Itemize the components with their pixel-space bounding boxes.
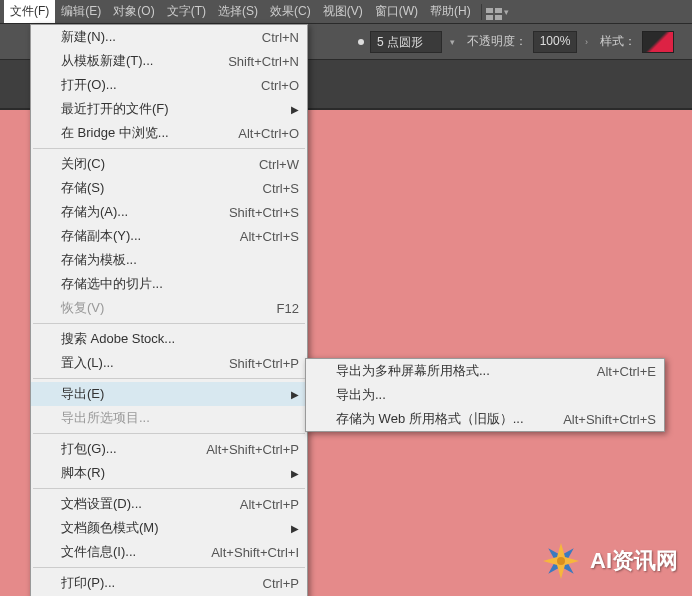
menu-item-label: 打包(G)... (61, 440, 186, 458)
file-menu-item[interactable]: 存储为(A)...Shift+Ctrl+S (31, 200, 307, 224)
file-menu-item[interactable]: 导出(E)▶ (31, 382, 307, 406)
menu-shortcut: Alt+Shift+Ctrl+P (206, 442, 299, 457)
star-icon (540, 540, 582, 582)
menu-item-label: 存储为 Web 所用格式（旧版）... (336, 410, 543, 428)
file-menu-item: 导出所选项目... (31, 406, 307, 430)
stroke-profile-select[interactable]: 5 点圆形 (370, 31, 442, 53)
menu-item-label: 关闭(C) (61, 155, 239, 173)
file-menu-item[interactable]: 存储(S)Ctrl+S (31, 176, 307, 200)
submenu-arrow-icon: ▶ (291, 468, 299, 479)
file-menu-item[interactable]: 存储副本(Y)...Alt+Ctrl+S (31, 224, 307, 248)
menu-shortcut: Ctrl+N (262, 30, 299, 45)
menu-shortcut: Alt+Shift+Ctrl+I (211, 545, 299, 560)
menu-item-label: 打印(P)... (61, 574, 243, 592)
menu-edit[interactable]: 编辑(E) (55, 0, 107, 23)
menu-item-label: 存储副本(Y)... (61, 227, 220, 245)
menu-item-label: 脚本(R) (61, 464, 299, 482)
svg-rect-2 (486, 15, 493, 20)
file-menu-item[interactable]: 存储选中的切片... (31, 272, 307, 296)
svg-rect-0 (486, 8, 493, 13)
opacity-input[interactable]: 100% (533, 31, 577, 53)
menu-separator (33, 378, 305, 379)
menu-shortcut: Shift+Ctrl+N (228, 54, 299, 69)
menu-object[interactable]: 对象(O) (107, 0, 160, 23)
file-menu-item[interactable]: 打包(G)...Alt+Shift+Ctrl+P (31, 437, 307, 461)
svg-point-4 (557, 557, 565, 565)
menu-item-label: 新建(N)... (61, 28, 242, 46)
divider (481, 4, 482, 20)
menu-item-label: 恢复(V) (61, 299, 257, 317)
layout-icon[interactable] (486, 6, 502, 18)
menubar: 文件(F) 编辑(E) 对象(O) 文字(T) 选择(S) 效果(C) 视图(V… (0, 0, 692, 24)
menu-shortcut: Alt+Ctrl+E (597, 364, 656, 379)
file-menu-item[interactable]: 新建(N)...Ctrl+N (31, 25, 307, 49)
menu-item-label: 在 Bridge 中浏览... (61, 124, 218, 142)
menu-item-label: 导出所选项目... (61, 409, 299, 427)
menu-item-label: 导出为... (336, 386, 656, 404)
menu-separator (33, 148, 305, 149)
svg-rect-1 (495, 8, 502, 13)
export-menu-item[interactable]: 存储为 Web 所用格式（旧版）...Alt+Shift+Ctrl+S (306, 407, 664, 431)
menu-item-label: 存储为模板... (61, 251, 299, 269)
chevron-down-icon[interactable]: ▾ (504, 7, 509, 17)
file-menu-item[interactable]: 最近打开的文件(F)▶ (31, 97, 307, 121)
file-menu-item[interactable]: 文档设置(D)...Alt+Ctrl+P (31, 492, 307, 516)
file-menu-item[interactable]: 置入(L)...Shift+Ctrl+P (31, 351, 307, 375)
menu-shortcut: Ctrl+O (261, 78, 299, 93)
menu-separator (33, 433, 305, 434)
file-menu-item[interactable]: 从模板新建(T)...Shift+Ctrl+N (31, 49, 307, 73)
file-menu-item[interactable]: 存储为模板... (31, 248, 307, 272)
menu-separator (33, 567, 305, 568)
submenu-arrow-icon: ▶ (291, 104, 299, 115)
menu-item-label: 搜索 Adobe Stock... (61, 330, 299, 348)
chevron-down-icon[interactable]: ▾ (450, 37, 455, 47)
menu-window[interactable]: 窗口(W) (369, 0, 424, 23)
menu-shortcut: Ctrl+P (263, 576, 299, 591)
menu-item-label: 从模板新建(T)... (61, 52, 208, 70)
menu-separator (33, 488, 305, 489)
file-menu-item[interactable]: 打印(P)...Ctrl+P (31, 571, 307, 595)
menu-shortcut: Alt+Ctrl+O (238, 126, 299, 141)
menu-item-label: 文件信息(I)... (61, 543, 191, 561)
file-menu-item[interactable]: 关闭(C)Ctrl+W (31, 152, 307, 176)
menu-item-label: 文档设置(D)... (61, 495, 220, 513)
menu-item-label: 存储(S) (61, 179, 243, 197)
menu-shortcut: Shift+Ctrl+P (229, 356, 299, 371)
menu-effect[interactable]: 效果(C) (264, 0, 317, 23)
menu-select[interactable]: 选择(S) (212, 0, 264, 23)
file-menu-item[interactable]: 文件信息(I)...Alt+Shift+Ctrl+I (31, 540, 307, 564)
menu-item-label: 置入(L)... (61, 354, 209, 372)
file-menu-item[interactable]: 脚本(R)▶ (31, 461, 307, 485)
file-dropdown: 新建(N)...Ctrl+N从模板新建(T)...Shift+Ctrl+N打开(… (30, 24, 308, 596)
menu-item-label: 打开(O)... (61, 76, 241, 94)
style-swatch[interactable] (642, 31, 674, 53)
watermark: AI资讯网 (540, 540, 678, 582)
file-menu-item[interactable]: 在 Bridge 中浏览...Alt+Ctrl+O (31, 121, 307, 145)
file-menu-item[interactable]: 打开(O)...Ctrl+O (31, 73, 307, 97)
chevron-right-icon[interactable]: › (585, 37, 588, 47)
file-menu-item: 恢复(V)F12 (31, 296, 307, 320)
menu-file[interactable]: 文件(F) (4, 0, 55, 23)
menu-item-label: 存储选中的切片... (61, 275, 299, 293)
file-menu-item[interactable]: 文档颜色模式(M)▶ (31, 516, 307, 540)
file-menu-item[interactable]: 搜索 Adobe Stock... (31, 327, 307, 351)
submenu-arrow-icon: ▶ (291, 389, 299, 400)
menu-item-label: 导出为多种屏幕所用格式... (336, 362, 577, 380)
menu-help[interactable]: 帮助(H) (424, 0, 477, 23)
export-menu-item[interactable]: 导出为... (306, 383, 664, 407)
watermark-text: AI资讯网 (590, 546, 678, 576)
stroke-bullet-icon (358, 39, 364, 45)
export-menu-item[interactable]: 导出为多种屏幕所用格式...Alt+Ctrl+E (306, 359, 664, 383)
menu-shortcut: Ctrl+W (259, 157, 299, 172)
menu-item-label: 导出(E) (61, 385, 299, 403)
menu-shortcut: F12 (277, 301, 299, 316)
menu-separator (33, 323, 305, 324)
opacity-label: 不透明度： (467, 33, 527, 50)
svg-rect-3 (495, 15, 502, 20)
menu-item-label: 存储为(A)... (61, 203, 209, 221)
export-submenu: 导出为多种屏幕所用格式...Alt+Ctrl+E导出为...存储为 Web 所用… (305, 358, 665, 432)
menu-shortcut: Alt+Shift+Ctrl+S (563, 412, 656, 427)
style-label: 样式： (600, 33, 636, 50)
menu-view[interactable]: 视图(V) (317, 0, 369, 23)
menu-type[interactable]: 文字(T) (161, 0, 212, 23)
